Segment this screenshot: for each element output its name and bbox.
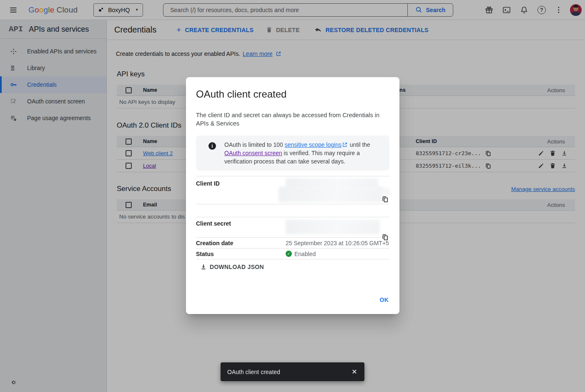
notice-fragment: OAuth is limited to 100 [224, 141, 285, 148]
redacted-client-secret-blur [286, 220, 380, 234]
copy-icon[interactable] [382, 196, 389, 203]
snackbar: OAuth client created ✕ [221, 362, 364, 381]
status-value: Enabled [294, 251, 316, 257]
check-circle-icon: ✓ [286, 251, 292, 257]
spacer-row [196, 204, 389, 217]
redacted-client-id-blur [279, 187, 384, 202]
status-row: Status ✓ Enabled [196, 249, 389, 259]
download-json-button[interactable]: DOWNLOAD JSON [200, 264, 264, 270]
download-icon [200, 264, 207, 270]
creation-date-row: Creation date 25 September 2023 at 10:26… [196, 238, 389, 249]
sensitive-scope-logins-link[interactable]: sensitive scope logins [285, 141, 341, 148]
notice-text: OAuth is limited to 100 sensitive scope … [224, 141, 379, 166]
client-id-label: Client ID [196, 176, 286, 204]
external-link-icon [342, 142, 347, 147]
notice-banner: i OAuth is limited to 100 sensitive scop… [196, 136, 389, 171]
credential-fields: Client ID Client secret Creation date [196, 176, 389, 259]
creation-date-value: 25 September 2023 at 10:26:05 GMT+5 [286, 240, 389, 246]
oauth-client-created-dialog: OAuth client created The client ID and s… [186, 77, 399, 314]
status-label: Status [196, 251, 286, 257]
client-secret-label: Client secret [196, 217, 286, 237]
oauth-consent-screen-link[interactable]: OAuth consent screen [224, 150, 282, 156]
client-secret-row: Client secret [196, 217, 389, 238]
notice-fragment: until the [348, 141, 370, 148]
redacted-client-id-blur [378, 188, 390, 195]
download-json-label: DOWNLOAD JSON [210, 264, 264, 270]
dialog-title: OAuth client created [196, 88, 389, 100]
dialog-subtitle: The client ID and secret can always be a… [196, 111, 384, 128]
info-icon: i [208, 142, 216, 150]
ok-button[interactable]: OK [380, 297, 389, 303]
close-icon[interactable]: ✕ [347, 364, 362, 379]
creation-date-label: Creation date [196, 240, 286, 246]
client-id-row: Client ID [196, 176, 389, 204]
snackbar-message: OAuth client created [227, 369, 280, 375]
